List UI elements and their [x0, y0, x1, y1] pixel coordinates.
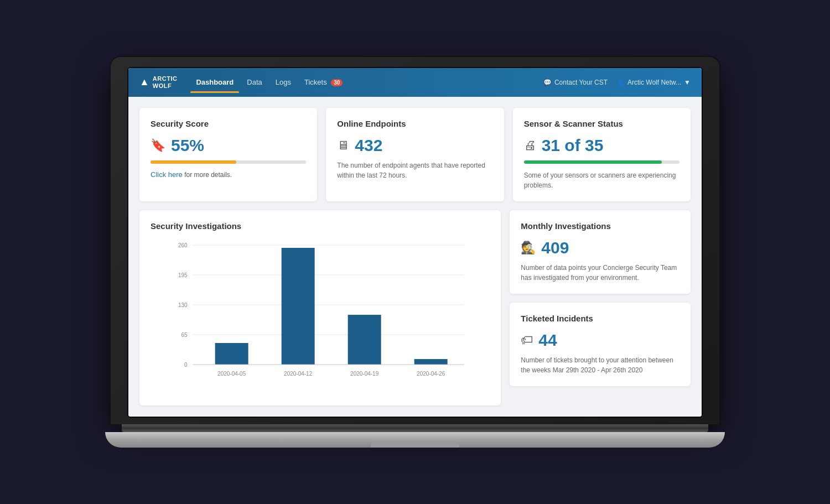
x-label-apr12: 2020-04-12 [284, 371, 313, 377]
sensor-scanner-value: 31 of 35 [542, 136, 604, 155]
monitor-icon: 🖥 [337, 138, 349, 153]
online-endpoints-value-row: 🖥 432 [337, 136, 492, 155]
security-score-link[interactable]: Click here [151, 170, 183, 179]
online-endpoints-value: 432 [355, 136, 382, 155]
bottom-row: Security Investigations [139, 210, 691, 406]
nav-tickets[interactable]: Tickets 30 [299, 75, 348, 90]
laptop-screen: ▲ ARCTIC WOLF Dashboard Data Logs Ticket… [127, 67, 703, 418]
detective-icon: 🕵 [521, 241, 536, 255]
printer-icon: 🖨 [524, 138, 536, 153]
logo-area: ▲ ARCTIC WOLF [139, 75, 177, 89]
ticketed-incidents-value-row: 🏷 44 [521, 331, 679, 350]
ticketed-incidents-value: 44 [538, 331, 557, 350]
y-label-130: 130 [178, 302, 188, 308]
main-content: Security Score 🔖 55% Click here for more… [128, 97, 702, 417]
bar-apr05 [215, 343, 248, 365]
bar-apr19 [348, 315, 381, 365]
x-label-apr26: 2020-04-26 [417, 371, 445, 377]
sensor-scanner-progress-bg [524, 160, 679, 164]
security-investigations-card: Security Investigations [139, 210, 501, 406]
security-score-title: Security Score [151, 119, 306, 128]
tickets-badge: 30 [331, 79, 343, 86]
user-icon: 👤 [616, 79, 625, 86]
monthly-investigations-value: 409 [541, 238, 569, 257]
x-label-apr19: 2020-04-19 [350, 371, 379, 377]
monthly-investigations-title: Monthly Investigations [521, 221, 679, 231]
ticketed-incidents-title: Ticketed Incidents [521, 314, 679, 323]
online-endpoints-desc: The number of endpoint agents that have … [337, 160, 492, 180]
sensor-scanner-card: Sensor & Scanner Status 🖨 31 of 35 Some … [513, 108, 691, 201]
bar-apr26 [414, 359, 448, 365]
ticket-icon: 🏷 [521, 333, 533, 347]
monthly-investigations-value-row: 🕵 409 [521, 238, 679, 257]
chart-area: 260 195 130 65 0 [151, 240, 490, 394]
sensor-scanner-value-row: 🖨 31 of 35 [524, 136, 679, 155]
y-label-0: 0 [184, 362, 188, 368]
bookmark-icon: 🔖 [151, 138, 165, 153]
nav-right: 💬 Contact Your CST 👤 Arctic Wolf Netw...… [543, 79, 691, 86]
app-container: ▲ ARCTIC WOLF Dashboard Data Logs Ticket… [128, 68, 702, 417]
y-label-195: 195 [178, 272, 188, 278]
laptop-notch [371, 442, 459, 448]
right-column: Monthly Investigations 🕵 409 Number of d… [510, 210, 691, 406]
laptop-container: ▲ ARCTIC WOLF Dashboard Data Logs Ticket… [111, 57, 719, 448]
security-score-value-row: 🔖 55% [151, 136, 306, 155]
contact-cst-button[interactable]: 💬 Contact Your CST [543, 79, 608, 86]
ticketed-incidents-desc: Number of tickets brought to your attent… [521, 355, 679, 375]
bar-chart: 260 195 130 65 0 [151, 240, 490, 394]
security-score-link-area: Click here for more details. [151, 170, 306, 179]
nav-data[interactable]: Data [241, 75, 267, 90]
chat-icon: 💬 [543, 79, 552, 86]
laptop-hinge [122, 424, 708, 432]
user-menu[interactable]: 👤 Arctic Wolf Netw... ▼ [616, 79, 691, 86]
nav-links: Dashboard Data Logs Tickets 30 [190, 75, 543, 90]
monthly-investigations-card: Monthly Investigations 🕵 409 Number of d… [510, 210, 691, 294]
sensor-scanner-desc: Some of your sensors or scanners are exp… [524, 170, 679, 190]
nav-logs[interactable]: Logs [270, 75, 297, 90]
sensor-scanner-progress-fill [524, 160, 662, 164]
dropdown-arrow-icon: ▼ [684, 79, 691, 86]
security-score-progress-bg [151, 160, 306, 164]
logo-text: ARCTIC WOLF [153, 75, 178, 89]
logo-wolf-icon: ▲ [139, 76, 149, 88]
x-label-apr05: 2020-04-05 [217, 371, 246, 377]
security-score-value: 55% [171, 136, 204, 155]
online-endpoints-card: Online Endpoints 🖥 432 The number of end… [326, 108, 504, 201]
bar-apr12 [282, 248, 315, 365]
top-cards-row: Security Score 🔖 55% Click here for more… [139, 108, 691, 201]
sensor-scanner-title: Sensor & Scanner Status [524, 119, 679, 128]
monthly-investigations-desc: Number of data points your Concierge Sec… [521, 263, 679, 283]
y-label-260: 260 [178, 242, 188, 248]
screen-bezel: ▲ ARCTIC WOLF Dashboard Data Logs Ticket… [111, 57, 719, 424]
security-score-progress-fill [151, 160, 236, 164]
security-investigations-title: Security Investigations [151, 221, 490, 231]
navbar: ▲ ARCTIC WOLF Dashboard Data Logs Ticket… [128, 68, 702, 97]
laptop-base [105, 432, 725, 448]
security-score-card: Security Score 🔖 55% Click here for more… [139, 108, 317, 201]
y-label-65: 65 [181, 332, 188, 338]
ticketed-incidents-card: Ticketed Incidents 🏷 44 Number of ticket… [510, 303, 691, 386]
online-endpoints-title: Online Endpoints [337, 119, 492, 128]
nav-dashboard[interactable]: Dashboard [190, 75, 239, 90]
